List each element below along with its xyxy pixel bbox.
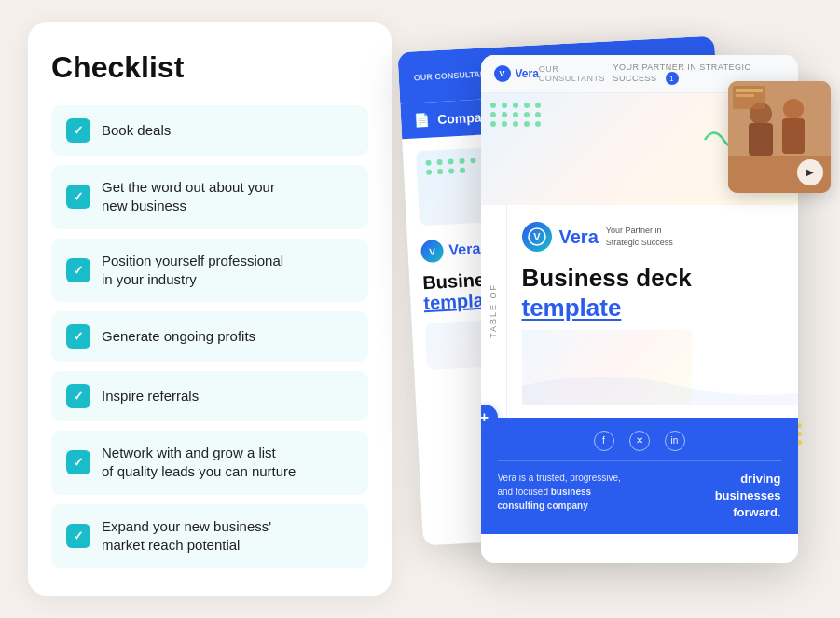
svg-rect-6 [749, 123, 773, 156]
checklist-card: Checklist ✓ Book deals ✓ Get the word ou… [28, 22, 392, 596]
checklist-title: Checklist [51, 50, 368, 85]
back-vera-name: Vera [448, 240, 481, 258]
bottom-tagline: drivingbusinessesforward. [715, 471, 781, 522]
card-front-content: V Vera Your Partner inStrategic Success … [481, 205, 709, 418]
svg-rect-11 [736, 94, 754, 97]
svg-rect-10 [736, 89, 763, 92]
checklist-item-text-1: Book deals [102, 121, 171, 140]
card-main-area: TABLE OF + V Vera Your Partn [481, 205, 798, 418]
checklist-item-5[interactable]: ✓ Inspire referrals [51, 371, 368, 421]
photo-card: ▶ [728, 81, 831, 193]
vera-brand-icon: V [522, 222, 552, 252]
scene: Checklist ✓ Book deals ✓ Get the word ou… [0, 0, 840, 618]
check-icon-2: ✓ [66, 185, 90, 209]
bottom-company-desc: Vera is a trusted, progressive, and focu… [498, 471, 628, 513]
page-number: 1 [666, 72, 679, 85]
checklist-item-text-2: Get the word out about yournew business [102, 178, 275, 216]
photo-inner: ▶ [728, 81, 831, 193]
check-icon-3: ✓ [66, 258, 90, 282]
table-of-text: TABLE OF [489, 283, 498, 338]
back-hero-dots [425, 157, 478, 174]
vera-logo-mark: V [494, 65, 511, 82]
table-of-label: TABLE OF [481, 205, 507, 418]
checklist-item-text-5: Inspire referrals [102, 387, 199, 405]
play-button[interactable]: ▶ [797, 159, 823, 185]
checklist-items-container: ✓ Book deals ✓ Get the word out about yo… [51, 105, 368, 568]
vera-tagline: Your Partner inStrategic Success [606, 225, 673, 248]
linkedin-icon[interactable]: in [665, 431, 685, 451]
checklist-item-2[interactable]: ✓ Get the word out about yournew busines… [51, 165, 368, 229]
check-icon-6: ✓ [66, 450, 90, 474]
deck-subtitle: template [522, 294, 692, 323]
checklist-item-1[interactable]: ✓ Book deals [51, 105, 368, 156]
checklist-item-text-4: Generate ongoing profits [102, 327, 255, 346]
vera-v-icon: V [528, 227, 546, 246]
hero-dots-grid [490, 103, 543, 127]
checklist-item-7[interactable]: ✓ Expand your new business'market reach … [51, 504, 368, 569]
document-icon: 📄 [414, 112, 431, 128]
wave-svg [522, 367, 798, 405]
check-icon-4: ✓ [66, 324, 90, 349]
vera-top-name: Vera [516, 67, 539, 80]
facebook-icon[interactable]: f [594, 431, 614, 451]
card-middle-gradient [522, 330, 692, 405]
checklist-item-3[interactable]: ✓ Position yourself professionalin your … [51, 239, 368, 303]
vera-brand-name: Vera [559, 227, 599, 248]
back-vera-logo: V [420, 239, 444, 262]
deck-preview: OUR CONSULTANTS 📄 Company overview V [420, 44, 812, 575]
checklist-item-4[interactable]: ✓ Generate ongoing profits [51, 311, 368, 362]
checklist-item-text-7: Expand your new business'market reach po… [102, 517, 271, 556]
vera-logo-small: V Vera [494, 65, 539, 82]
svg-text:V: V [533, 231, 541, 242]
check-icon-5: ✓ [66, 384, 90, 408]
check-icon-7: ✓ [66, 524, 90, 548]
checklist-item-text-3: Position yourself professionalin your in… [102, 252, 283, 290]
social-bar: f ✕ in [498, 431, 781, 461]
checklist-item-text-6: Network with and grow a listof quality l… [102, 444, 296, 482]
svg-point-7 [783, 99, 804, 119]
check-icon-1: ✓ [66, 118, 90, 143]
top-bar-middle: OUR CONSULTANTS [539, 64, 613, 83]
vera-brand-row: V Vera Your Partner inStrategic Success [522, 222, 692, 252]
bottom-content: Vera is a trusted, progressive, and focu… [498, 471, 781, 522]
twitter-x-icon[interactable]: ✕ [629, 431, 650, 451]
svg-rect-8 [782, 118, 805, 154]
deck-title: Business deck [522, 265, 692, 292]
card-bottom-section: f ✕ in Vera is a trusted, progressive, a… [481, 418, 798, 535]
checklist-item-6[interactable]: ✓ Network with and grow a listof quality… [51, 431, 368, 495]
